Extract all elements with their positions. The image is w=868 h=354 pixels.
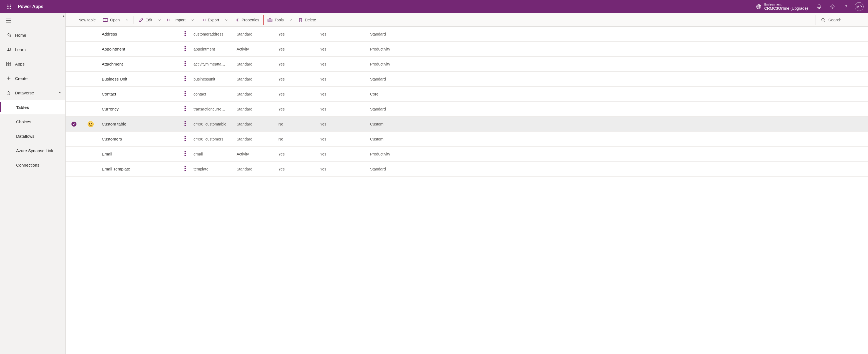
row-type: Standard xyxy=(234,122,276,126)
row-display-name[interactable]: Business Unit xyxy=(99,77,180,81)
new-table-button[interactable]: New table xyxy=(68,15,99,25)
row-schema-name: customeraddress xyxy=(191,32,234,36)
row-display-name[interactable]: Custom table xyxy=(99,121,180,126)
sidebar-item-home[interactable]: Home xyxy=(0,28,65,42)
row-display-name[interactable]: Email xyxy=(99,152,180,156)
row-menu-button[interactable]: ••• xyxy=(180,151,191,157)
book-icon xyxy=(6,47,11,52)
table-row[interactable]: Contact•••contactStandardYesYesCore xyxy=(66,86,868,102)
tools-button[interactable]: Tools xyxy=(264,15,287,25)
row-type: Standard xyxy=(234,167,276,171)
svg-point-6 xyxy=(7,8,7,9)
edit-chevron[interactable] xyxy=(156,15,163,25)
waffle-icon xyxy=(7,4,11,9)
more-vertical-icon: ••• xyxy=(184,31,186,37)
sidebar-item-apps[interactable]: Apps xyxy=(0,57,65,71)
sidebar-item-dataflows[interactable]: Dataflows xyxy=(0,129,65,143)
chevron-down-icon xyxy=(225,19,228,22)
svg-rect-16 xyxy=(9,64,10,66)
svg-point-8 xyxy=(10,8,11,9)
edit-button[interactable]: Edit xyxy=(136,15,156,25)
row-display-name[interactable]: Appointment xyxy=(99,47,180,51)
svg-point-0 xyxy=(7,4,7,5)
more-vertical-icon: ••• xyxy=(184,151,186,157)
search-box[interactable] xyxy=(815,15,865,25)
environment-picker[interactable]: Environment CRMC3Online (Upgrade) xyxy=(756,3,808,11)
row-menu-button[interactable]: ••• xyxy=(180,121,191,127)
table-row[interactable]: Currency•••transactioncurre…StandardYesY… xyxy=(66,102,868,117)
svg-point-18 xyxy=(237,20,238,21)
table-row[interactable]: Custom table•••cr496_customtableStandard… xyxy=(66,117,868,132)
sidebar-item-synapse[interactable]: Azure Synapse Link xyxy=(0,143,65,158)
row-menu-button[interactable]: ••• xyxy=(180,106,191,112)
row-schema-name: template xyxy=(191,167,234,171)
chevron-down-icon xyxy=(126,19,128,22)
row-display-name[interactable]: Email Template xyxy=(99,167,180,171)
row-type: Standard xyxy=(234,137,276,141)
row-display-name[interactable]: Customers xyxy=(99,137,180,141)
search-input[interactable] xyxy=(828,17,862,22)
row-type: Standard xyxy=(234,62,276,66)
sidebar-scrollbar[interactable]: ▲ xyxy=(62,13,65,354)
sidebar-item-learn[interactable]: Learn xyxy=(0,42,65,57)
row-menu-button[interactable]: ••• xyxy=(180,76,191,82)
sidebar-item-create[interactable]: Create xyxy=(0,71,65,85)
user-avatar[interactable]: MP xyxy=(855,2,864,11)
row-menu-button[interactable]: ••• xyxy=(180,46,191,52)
import-chevron[interactable] xyxy=(189,15,196,25)
more-vertical-icon: ••• xyxy=(184,166,186,172)
sidebar-item-tables[interactable]: Tables xyxy=(0,100,65,114)
row-display-name[interactable]: Currency xyxy=(99,107,180,111)
row-menu-button[interactable]: ••• xyxy=(180,61,191,67)
row-display-name[interactable]: Attachment xyxy=(99,62,180,66)
svg-point-5 xyxy=(10,6,11,7)
row-customizable: Yes xyxy=(317,47,367,51)
table-row[interactable]: Email•••emailActivityYesYesProductivity xyxy=(66,147,868,162)
sidebar-item-choices[interactable]: Choices xyxy=(0,114,65,129)
export-button[interactable]: Export xyxy=(197,15,222,25)
table-row[interactable]: Business Unit•••businessunitStandardYesY… xyxy=(66,72,868,86)
properties-button[interactable]: Properties xyxy=(231,15,263,25)
help-button[interactable] xyxy=(839,0,852,13)
row-menu-button[interactable]: ••• xyxy=(180,136,191,142)
more-vertical-icon: ••• xyxy=(184,76,186,82)
import-button[interactable]: Import xyxy=(164,15,189,25)
row-icon-cell xyxy=(82,121,99,127)
separator xyxy=(133,16,133,24)
sidebar-item-dataverse[interactable]: Dataverse xyxy=(0,85,65,100)
row-select-cell[interactable] xyxy=(66,121,82,127)
row-menu-button[interactable]: ••• xyxy=(180,91,191,97)
delete-button[interactable]: Delete xyxy=(295,15,319,25)
table-row[interactable]: Customers•••cr496_customersStandardNoYes… xyxy=(66,132,868,147)
row-customizable: Yes xyxy=(317,62,367,66)
settings-button[interactable] xyxy=(826,0,839,13)
more-vertical-icon: ••• xyxy=(184,136,186,142)
home-icon xyxy=(6,33,11,37)
row-schema-name: cr496_customtable xyxy=(191,122,234,126)
row-customizable: Yes xyxy=(317,152,367,156)
open-chevron[interactable] xyxy=(123,15,131,25)
app-title[interactable]: Power Apps xyxy=(18,4,43,9)
notifications-button[interactable] xyxy=(812,0,826,13)
gear-icon xyxy=(830,4,835,9)
row-display-name[interactable]: Contact xyxy=(99,92,180,96)
app-launcher-button[interactable] xyxy=(2,0,16,13)
table-row[interactable]: Email Template•••templateStandardYesYesS… xyxy=(66,162,868,177)
nav-collapse-button[interactable] xyxy=(0,13,65,28)
sidebar-item-label: Connections xyxy=(16,163,39,168)
sidebar-item-connections[interactable]: Connections xyxy=(0,158,65,172)
app-header: Power Apps Environment CRMC3Online (Upgr… xyxy=(0,0,868,13)
table-row[interactable]: Appointment•••appointmentActivityYesYesP… xyxy=(66,42,868,57)
button-label: Tools xyxy=(275,18,284,22)
export-chevron[interactable] xyxy=(222,15,230,25)
row-menu-button[interactable]: ••• xyxy=(180,31,191,37)
table-row[interactable]: Address•••customeraddressStandardYesYesS… xyxy=(66,27,868,42)
tools-chevron[interactable] xyxy=(287,15,295,25)
table-row[interactable]: Attachment•••activitymimeatta…StandardYe… xyxy=(66,57,868,72)
row-display-name[interactable]: Address xyxy=(99,32,180,36)
row-menu-button[interactable]: ••• xyxy=(180,166,191,172)
open-button[interactable]: Open xyxy=(99,15,123,25)
row-tags: Custom xyxy=(367,137,865,141)
more-vertical-icon: ••• xyxy=(184,121,186,127)
row-type: Standard xyxy=(234,32,276,36)
